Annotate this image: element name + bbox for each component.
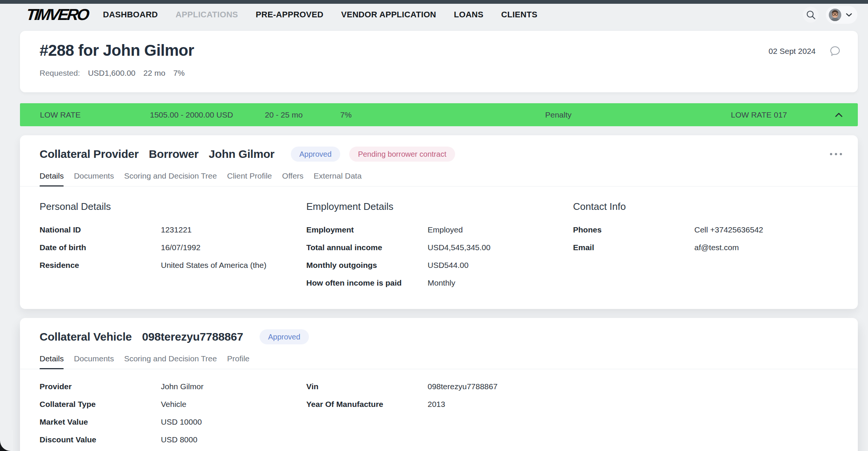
detail-row: Employment Employed xyxy=(306,221,573,238)
tab-details[interactable]: Details xyxy=(40,171,64,186)
detail-label: Provider xyxy=(40,382,161,391)
tab-details[interactable]: Details xyxy=(40,354,64,369)
contact-info-section: Contact Info Phones Cell +37425636542 Em… xyxy=(573,201,843,292)
nav-item-loans[interactable]: LOANS xyxy=(454,10,484,20)
detail-row: Collateral Type Vehicle xyxy=(40,395,306,413)
vehicle-right-column: Vin 098terezyu7788867 Year Of Manufactur… xyxy=(306,378,843,448)
detail-row: National ID 1231221 xyxy=(40,221,306,238)
tab-profile[interactable]: Profile xyxy=(227,354,250,369)
detail-row: How often income is paid Monthly xyxy=(306,274,573,292)
vehicle-left-column: Provider John Gilmor Collateral Type Veh… xyxy=(40,378,306,448)
search-icon xyxy=(806,10,816,20)
vehicle-status-badges: Approved xyxy=(260,329,309,344)
user-menu[interactable] xyxy=(826,6,857,24)
phone-link[interactable]: Cell +37425636542 xyxy=(694,225,763,234)
employment-details-section: Employment Details Employment Employed T… xyxy=(306,201,573,292)
timvero-logo[interactable]: TIMVERO xyxy=(26,7,89,23)
provider-details-content: Personal Details National ID 1231221 Dat… xyxy=(20,187,858,309)
tab-external-data[interactable]: External Data xyxy=(314,171,362,186)
tab-documents[interactable]: Documents xyxy=(74,354,114,369)
window-top-strip xyxy=(0,0,868,4)
nav-item-clients[interactable]: CLIENTS xyxy=(501,10,537,20)
chevron-down-icon xyxy=(846,13,852,17)
tab-documents[interactable]: Documents xyxy=(74,171,114,186)
tab-scoring-decision-tree[interactable]: Scoring and Decision Tree xyxy=(124,171,217,186)
chevron-up-icon[interactable] xyxy=(835,112,843,117)
window-bottom-left-corner xyxy=(0,430,13,451)
detail-label: How often income is paid xyxy=(306,278,428,287)
detail-label: Vin xyxy=(306,382,428,391)
requested-amount: USD1,600.00 xyxy=(88,69,135,78)
nav-item-applications[interactable]: APPLICATIONS xyxy=(176,10,238,20)
requested-rate: 7% xyxy=(173,69,185,78)
provider-card-header: Collateral Provider Borrower John Gilmor… xyxy=(20,135,858,187)
collateral-provider-card: Collateral Provider Borrower John Gilmor… xyxy=(20,135,858,309)
detail-value: Monthly xyxy=(428,278,455,287)
title-borrower-name: John Gilmor xyxy=(209,148,274,160)
status-badge-pending-contract: Pending borrower contract xyxy=(349,147,455,162)
title-collateral-vehicle: Collateral Vehicle xyxy=(40,330,132,343)
vehicle-card-header: Collateral Vehicle 098terezyu7788867 App… xyxy=(20,318,858,369)
title-vehicle-vin: 098terezyu7788867 xyxy=(142,330,243,343)
requested-summary: Requested: USD1,600.00 22 mo 7% xyxy=(40,69,841,78)
detail-row: Market Value USD 10000 xyxy=(40,413,306,431)
detail-value: Employed xyxy=(428,225,463,234)
detail-row: Monthly outgoings USD544.00 xyxy=(306,256,573,274)
detail-row: Email af@test.com xyxy=(573,238,843,256)
detail-label: National ID xyxy=(40,225,161,234)
detail-value: United States of America (the) xyxy=(161,261,266,270)
detail-label: Employment xyxy=(306,225,428,234)
nav-item-vendor-application[interactable]: VENDOR APPLICATION xyxy=(341,10,436,20)
top-navbar: TIMVERO DASHBOARD APPLICATIONS PRE-APPRO… xyxy=(0,4,868,26)
card-menu-button[interactable] xyxy=(829,149,843,159)
detail-label: Collateral Type xyxy=(40,400,161,409)
requested-label: Requested: xyxy=(40,69,80,78)
detail-value: USD4,545,345.00 xyxy=(428,243,491,252)
status-badge-approved: Approved xyxy=(291,147,341,162)
tab-offers[interactable]: Offers xyxy=(282,171,304,186)
banner-product-code: LOW RATE 017 xyxy=(731,110,787,119)
page-body: #288 for John Gilmor Requested: USD1,600… xyxy=(0,31,868,451)
avatar xyxy=(829,9,841,21)
tab-client-profile[interactable]: Client Profile xyxy=(227,171,272,186)
detail-value: 1231221 xyxy=(161,225,192,234)
provider-tabs: Details Documents Scoring and Decision T… xyxy=(40,171,843,186)
application-header-card: #288 for John Gilmor Requested: USD1,600… xyxy=(20,31,858,92)
personal-details-heading: Personal Details xyxy=(40,201,306,213)
detail-label: Email xyxy=(573,243,694,252)
banner-amount-range: 1505.00 - 2000.00 USD xyxy=(150,110,233,119)
detail-row: Discount Value USD 8000 xyxy=(40,431,306,448)
search-button[interactable] xyxy=(803,7,819,23)
vehicle-card-title: Collateral Vehicle 098terezyu7788867 xyxy=(40,330,251,343)
title-borrower: Borrower xyxy=(149,148,199,160)
detail-row: Year Of Manufacture 2013 xyxy=(306,395,843,413)
tab-scoring-decision-tree[interactable]: Scoring and Decision Tree xyxy=(124,354,217,369)
title-collateral-provider: Collateral Provider xyxy=(40,148,139,160)
detail-label: Phones xyxy=(573,225,694,234)
requested-term: 22 mo xyxy=(144,69,165,78)
vehicle-details-content: Provider John Gilmor Collateral Type Veh… xyxy=(20,369,858,451)
personal-details-section: Personal Details National ID 1231221 Dat… xyxy=(40,201,306,292)
detail-value: 2013 xyxy=(428,400,445,409)
detail-value: Vehicle xyxy=(161,400,186,409)
detail-row: Phones Cell +37425636542 xyxy=(573,221,843,238)
detail-label: Market Value xyxy=(40,417,161,427)
comments-button[interactable] xyxy=(829,45,841,57)
detail-label: Monthly outgoings xyxy=(306,261,428,270)
detail-row: Residence United States of America (the) xyxy=(40,256,306,274)
employment-details-heading: Employment Details xyxy=(306,201,573,213)
detail-value: 098terezyu7788867 xyxy=(428,382,498,391)
detail-value: 16/07/1992 xyxy=(161,243,200,252)
email-link[interactable]: af@test.com xyxy=(694,243,739,252)
nav-right-cluster xyxy=(803,6,857,24)
application-title: #288 for John Gilmor xyxy=(40,41,841,60)
nav-item-dashboard[interactable]: DASHBOARD xyxy=(103,10,158,20)
detail-value: USD 8000 xyxy=(161,435,197,444)
collateral-vehicle-card: Collateral Vehicle 098terezyu7788867 App… xyxy=(20,318,858,451)
detail-label: Total annual income xyxy=(306,243,428,252)
detail-row: Total annual income USD4,545,345.00 xyxy=(306,238,573,256)
vehicle-tabs: Details Documents Scoring and Decision T… xyxy=(40,354,843,369)
nav-item-pre-approved[interactable]: PRE-APPROVED xyxy=(256,10,324,20)
rate-program-banner[interactable]: LOW RATE 1505.00 - 2000.00 USD 20 - 25 m… xyxy=(20,103,858,126)
detail-label: Discount Value xyxy=(40,435,161,444)
